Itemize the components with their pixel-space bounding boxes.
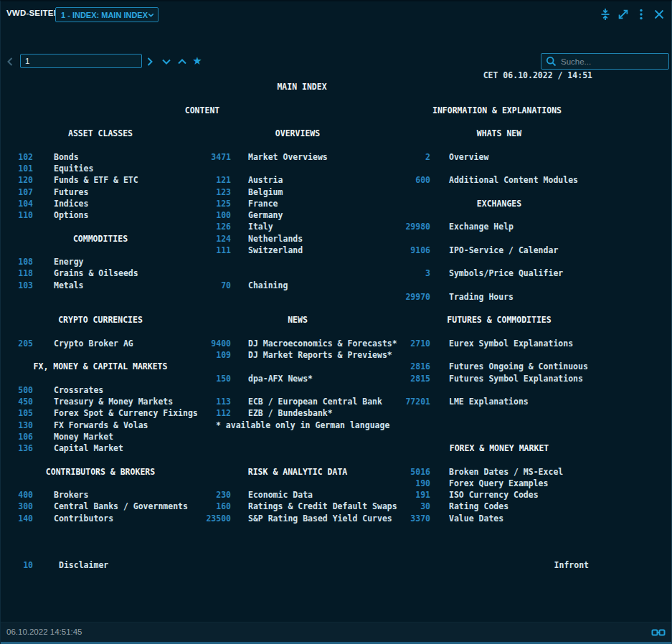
navbar: ★ bbox=[1, 26, 671, 52]
page-item-label: Options bbox=[54, 209, 88, 222]
page-number-link[interactable]: 3370 bbox=[410, 513, 430, 525]
page-number-link[interactable]: 103 bbox=[18, 280, 33, 292]
page-number-input[interactable] bbox=[20, 54, 142, 68]
page-item-label: Symbols/Price Qualifier bbox=[449, 267, 563, 280]
page-number-link[interactable]: 100 bbox=[216, 209, 231, 222]
close-button[interactable] bbox=[652, 8, 666, 21]
page-number-link[interactable]: 30 bbox=[420, 501, 430, 513]
star-icon: ★ bbox=[192, 55, 202, 67]
page-line: 9106IPO-Service / Calendar bbox=[1, 245, 671, 257]
page-number-link[interactable]: 110 bbox=[18, 209, 33, 222]
page-number-link[interactable]: 9106 bbox=[410, 245, 430, 257]
page-number-link[interactable]: 106 bbox=[18, 431, 33, 443]
page-number-link[interactable]: 126 bbox=[216, 221, 231, 233]
page-number-link[interactable]: 600 bbox=[415, 174, 430, 186]
page-number-link[interactable]: 118 bbox=[18, 267, 33, 280]
page-number-link[interactable]: 102 bbox=[18, 151, 33, 164]
page-item-label: Chaining bbox=[248, 280, 288, 292]
favorite-star-button[interactable]: ★ bbox=[191, 54, 204, 68]
prev-page-button[interactable] bbox=[6, 55, 19, 69]
page-number-link[interactable]: 123 bbox=[216, 186, 231, 199]
page-number-link[interactable]: 104 bbox=[18, 198, 33, 210]
page-number-link[interactable]: 124 bbox=[216, 233, 231, 245]
page-number-link[interactable]: 400 bbox=[18, 489, 33, 501]
page-item-label: DJ Market Reports & Previews* bbox=[248, 349, 392, 361]
page-number-link[interactable]: 190 bbox=[415, 478, 430, 490]
dock-icon bbox=[599, 8, 612, 21]
close-icon bbox=[653, 8, 666, 21]
search-box bbox=[541, 53, 669, 70]
page-number-link[interactable]: 107 bbox=[18, 186, 33, 199]
page-number-link[interactable]: 136 bbox=[18, 442, 33, 455]
page-number-link[interactable]: 23500 bbox=[206, 513, 231, 525]
page-line: 191ISO Currency Codes bbox=[1, 489, 671, 501]
page-number-link[interactable]: 29980 bbox=[405, 221, 430, 233]
go-page-button[interactable] bbox=[146, 55, 158, 69]
page-down-button[interactable] bbox=[161, 55, 174, 69]
page-line: 118Grains & Oilseeds bbox=[1, 267, 671, 280]
page-number-link[interactable]: 2816 bbox=[410, 361, 430, 373]
connection-status-button[interactable] bbox=[651, 628, 666, 638]
page-item-label: Contributors bbox=[54, 513, 113, 525]
page-number-link[interactable]: 9400 bbox=[211, 338, 231, 350]
page-number-link[interactable]: 3471 bbox=[211, 151, 231, 164]
page-number-link[interactable]: 10 bbox=[23, 559, 33, 572]
page-number-link[interactable]: 125 bbox=[216, 198, 231, 210]
page-line: 111Switzerland bbox=[1, 245, 671, 257]
page-number-link[interactable]: 3 bbox=[425, 267, 430, 280]
page-item-label: Rating Codes bbox=[449, 501, 508, 513]
page-number-link[interactable]: 2710 bbox=[410, 338, 430, 350]
page-number-link[interactable]: 230 bbox=[216, 489, 231, 501]
page-number-link[interactable]: 121 bbox=[216, 174, 231, 186]
page-number-link[interactable]: 500 bbox=[18, 384, 33, 397]
expand-button[interactable] bbox=[616, 8, 630, 21]
page-number-link[interactable]: 130 bbox=[18, 420, 33, 432]
section-header: FOREX & MONEY MARKET bbox=[450, 442, 549, 455]
page-selector-dropdown[interactable]: 1 - INDEX: MAIN INDEX bbox=[55, 7, 158, 22]
page-line: 136Capital Market bbox=[1, 442, 671, 455]
page-number-link[interactable]: 150 bbox=[216, 373, 231, 385]
page-number-link[interactable]: 160 bbox=[216, 501, 231, 513]
page-item-label: Central Banks / Governments bbox=[54, 501, 188, 513]
page-number-link[interactable]: 140 bbox=[18, 513, 33, 525]
page-line: 500Crossrates bbox=[1, 384, 671, 397]
dock-button[interactable] bbox=[598, 8, 612, 21]
page-number-link[interactable]: 120 bbox=[18, 174, 33, 186]
page-number-link[interactable]: 2815 bbox=[410, 373, 430, 385]
page-number-link[interactable]: 108 bbox=[18, 256, 33, 268]
page-number-link[interactable]: 111 bbox=[216, 245, 231, 257]
page-item-label: S&P Rating Based Yield Curves bbox=[248, 513, 392, 525]
page-item-label: Broken Dates / MS-Excel bbox=[449, 466, 563, 478]
page-line: 125France bbox=[1, 198, 671, 210]
vwd-pages-window: VWD-SEITEN 1 - INDEX: MAIN INDEX bbox=[0, 0, 672, 644]
page-number-link[interactable]: 300 bbox=[18, 501, 33, 513]
page-line: 104Indices bbox=[1, 198, 671, 210]
page-number-link[interactable]: 105 bbox=[18, 407, 33, 420]
page-number-link[interactable]: 113 bbox=[216, 396, 231, 408]
page-item-label: Capital Market bbox=[54, 442, 123, 455]
page-number-link[interactable]: 2 bbox=[425, 151, 430, 164]
page-number-link[interactable]: 70 bbox=[221, 280, 231, 292]
page-item-label: Netherlands bbox=[248, 233, 303, 245]
page-line: 105Forex Spot & Currency Fixings bbox=[1, 407, 671, 420]
page-number-link[interactable]: 112 bbox=[216, 407, 231, 420]
menu-button[interactable] bbox=[634, 8, 648, 21]
page-number-link[interactable]: 450 bbox=[18, 396, 33, 408]
page-line: EXCHANGES bbox=[1, 198, 671, 210]
page-number-link[interactable]: 29970 bbox=[405, 291, 430, 303]
page-number-link[interactable]: 191 bbox=[415, 489, 430, 501]
page-number-link[interactable]: 109 bbox=[216, 349, 231, 361]
page-line: 106Money Market bbox=[1, 431, 671, 443]
expand-icon bbox=[617, 8, 630, 21]
page-line: CRYPTO CURRENCIES bbox=[1, 314, 671, 326]
page-line: 109DJ Market Reports & Previews* bbox=[1, 349, 671, 361]
page-number-link[interactable]: 5016 bbox=[410, 466, 430, 478]
page-item-label: DJ Macroeconomics & Forecasts* bbox=[248, 338, 397, 350]
page-number-link[interactable]: 77201 bbox=[405, 396, 430, 408]
page-item-label: EZB / Bundesbank* bbox=[248, 407, 333, 420]
page-number-link[interactable]: 205 bbox=[18, 338, 33, 350]
search-input[interactable] bbox=[559, 57, 668, 67]
page-up-button[interactable] bbox=[177, 55, 190, 69]
page-line: INFORMATION & EXPLANATIONS bbox=[1, 105, 671, 117]
page-number-link[interactable]: 101 bbox=[18, 163, 33, 175]
